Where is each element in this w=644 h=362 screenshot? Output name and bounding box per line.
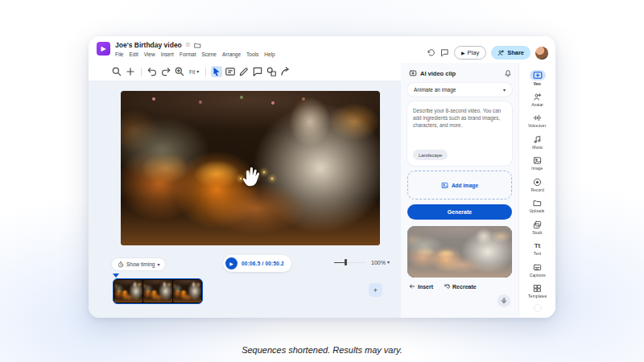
candle-flame — [271, 178, 273, 179]
sidebar-item-text[interactable]: Tt Text — [519, 238, 555, 260]
vids-logo-icon[interactable]: ▶ — [97, 42, 110, 56]
chevron-down-icon: ▾ — [387, 260, 390, 265]
filmstrip-frame[interactable] — [114, 280, 142, 302]
generated-preview[interactable] — [407, 226, 512, 278]
insert-sidebar: Veo Avatar Voiceover Music Image Record — [518, 63, 555, 318]
sidebar-item-label: Image — [531, 167, 543, 171]
zoom-level-dropdown[interactable]: 100% ▾ — [371, 260, 390, 265]
voiceover-icon — [533, 113, 542, 122]
redo-icon[interactable] — [160, 66, 171, 77]
sidebar-item-veo[interactable]: Veo — [519, 68, 555, 89]
chevron-down-icon: ▾ — [196, 69, 199, 74]
text-icon: Tt — [533, 241, 542, 250]
sidebar-item-label: Voiceover — [528, 124, 546, 128]
frame-thumbnail-image — [114, 280, 142, 302]
text-tool-glyph: Tt — [535, 243, 541, 249]
aspect-ratio-chip[interactable]: Landscape — [413, 150, 448, 160]
star-icon[interactable]: ☆ — [185, 42, 191, 48]
panel-title: AI video clip — [420, 70, 501, 77]
pen-icon[interactable] — [238, 66, 250, 77]
move-folder-icon[interactable] — [194, 42, 201, 49]
sidebar-item-label: Uploads — [530, 209, 545, 213]
insert-button[interactable]: Insert — [409, 283, 433, 290]
veo-icon — [530, 70, 546, 80]
zoom-icon[interactable] — [174, 66, 185, 77]
show-timing-button[interactable]: Show timing ▾ — [111, 257, 166, 271]
generate-button[interactable]: Generate — [407, 204, 512, 220]
filmstrip-frame[interactable] — [143, 280, 171, 302]
sidebar-item-uploads[interactable]: Uploads — [519, 195, 555, 217]
share-button-label: Share — [507, 49, 524, 56]
sidebar-item-templates[interactable]: Templates — [519, 281, 555, 302]
menu-help[interactable]: Help — [264, 51, 275, 57]
menu-format[interactable]: Format — [180, 51, 196, 57]
search-icon[interactable] — [111, 66, 122, 77]
menu-bar: File Edit View Insert Format Scene Arran… — [115, 51, 275, 57]
fit-label: Fit — [189, 69, 195, 75]
video-frame[interactable] — [121, 91, 380, 245]
menu-edit[interactable]: Edit — [129, 51, 138, 57]
slider-handle[interactable] — [345, 259, 347, 265]
insert-label: Insert — [418, 284, 433, 290]
document-title[interactable]: Joe's Birthday video — [115, 41, 182, 49]
menu-file[interactable]: File — [115, 51, 123, 57]
timeline-playhead[interactable] — [113, 274, 119, 278]
sidebar-item-image[interactable]: Image — [519, 153, 555, 175]
sidebar-more-button[interactable] — [534, 304, 542, 312]
people-icon — [497, 49, 505, 56]
play-icon: ▶ — [461, 50, 465, 56]
hanging-flower — [152, 97, 155, 101]
add-image-label: Add image — [452, 183, 478, 188]
stock-icon — [533, 220, 542, 229]
play-button[interactable]: ▶ Play — [454, 46, 486, 60]
sidebar-item-label: Templates — [528, 294, 547, 298]
add-icon[interactable] — [125, 66, 136, 77]
editor-toolbar: Fit ▾ — [89, 63, 401, 80]
sidebar-item-music[interactable]: Music — [519, 132, 555, 154]
preview-fade-overlay — [407, 226, 512, 278]
sidebar-item-stock[interactable]: Stock — [519, 217, 555, 239]
timeline-play-button[interactable]: ▶ — [225, 257, 237, 269]
comment-icon[interactable] — [440, 48, 449, 57]
chevron-down-icon: ▾ — [503, 88, 506, 93]
menu-insert[interactable]: Insert — [161, 51, 174, 57]
sidebar-item-avatar[interactable]: Avatar — [519, 89, 555, 111]
add-image-button[interactable]: Add image — [407, 171, 512, 200]
account-avatar[interactable] — [535, 47, 548, 60]
mode-selector-dropdown[interactable]: Animate an image ▾ — [407, 83, 512, 97]
fit-dropdown[interactable]: Fit ▾ — [188, 69, 200, 75]
undo-icon[interactable] — [147, 66, 158, 77]
zoom-slider[interactable] — [334, 259, 366, 265]
select-tool-icon[interactable] — [211, 66, 222, 77]
sidebar-item-voiceover[interactable]: Voiceover — [519, 110, 555, 132]
menu-scene[interactable]: Scene — [202, 51, 217, 57]
recreate-button[interactable]: Recreate — [444, 283, 477, 290]
prompt-placeholder: Describe your 8-second video. You can ad… — [413, 107, 506, 129]
share-button[interactable]: Share — [491, 46, 530, 60]
zoom-control: 100% ▾ — [334, 259, 390, 265]
avatar-icon — [533, 93, 542, 101]
ai-video-clip-panel: AI video clip Animate an image ▾ Describ… — [401, 63, 518, 318]
prompt-input[interactable]: Describe your 8-second video. You can ad… — [407, 101, 512, 166]
menu-tools[interactable]: Tools — [246, 51, 258, 57]
voice-input-button[interactable] — [497, 294, 510, 307]
menu-view[interactable]: View — [144, 51, 155, 57]
bell-icon[interactable] — [504, 69, 512, 77]
hanging-flower — [240, 96, 243, 99]
text-box-icon[interactable] — [225, 66, 236, 77]
microphone-icon — [501, 298, 507, 304]
sidebar-item-label: Text — [534, 252, 541, 256]
add-scene-button[interactable]: + — [369, 283, 382, 297]
timeline-filmstrip[interactable] — [113, 278, 203, 304]
chevron-down-icon: ▾ — [157, 262, 159, 267]
hanging-flower — [199, 101, 202, 104]
menu-arrange[interactable]: Arrange — [222, 51, 241, 57]
sidebar-item-captions[interactable]: Captions — [519, 260, 555, 282]
comment-tool-icon[interactable] — [252, 66, 263, 77]
version-history-icon[interactable] — [427, 48, 436, 57]
filmstrip-frame[interactable] — [173, 280, 201, 302]
editor-canvas: Show timing ▾ ▶ 00:06.5 / 00:50.2 100% ▾ — [89, 80, 401, 318]
shapes-icon[interactable] — [266, 66, 277, 77]
share-arrow-icon[interactable] — [279, 66, 291, 77]
sidebar-item-record[interactable]: Record — [519, 175, 555, 196]
